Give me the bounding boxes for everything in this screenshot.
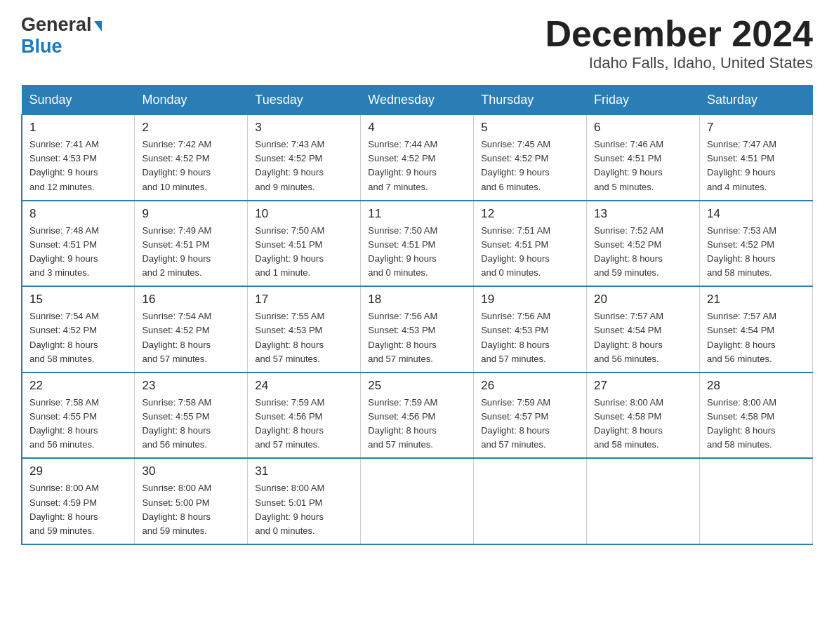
calendar-week-row: 8 Sunrise: 7:48 AMSunset: 4:51 PMDayligh… [22, 201, 813, 287]
calendar-day-cell: 30 Sunrise: 8:00 AMSunset: 5:00 PMDaylig… [135, 458, 248, 544]
month-title: December 2024 [545, 14, 813, 54]
weekday-header-wednesday: Wednesday [361, 86, 474, 115]
logo: General Blue [21, 14, 102, 58]
weekday-header-monday: Monday [135, 86, 248, 115]
day-info: Sunrise: 7:57 AMSunset: 4:54 PMDaylight:… [707, 309, 805, 366]
day-number: 3 [255, 121, 353, 135]
day-info: Sunrise: 7:45 AMSunset: 4:52 PMDaylight:… [481, 137, 579, 194]
day-info: Sunrise: 7:49 AMSunset: 4:51 PMDaylight:… [142, 224, 240, 281]
day-number: 12 [481, 207, 579, 221]
day-number: 31 [255, 464, 353, 478]
calendar-week-row: 22 Sunrise: 7:58 AMSunset: 4:55 PMDaylig… [22, 373, 813, 459]
day-number: 1 [29, 121, 127, 135]
day-info: Sunrise: 7:59 AMSunset: 4:56 PMDaylight:… [255, 396, 353, 452]
day-number: 4 [368, 121, 466, 135]
calendar-day-cell: 9 Sunrise: 7:49 AMSunset: 4:51 PMDayligh… [135, 201, 248, 287]
day-info: Sunrise: 7:44 AMSunset: 4:52 PMDaylight:… [368, 137, 466, 194]
day-number: 8 [29, 207, 127, 221]
day-info: Sunrise: 7:58 AMSunset: 4:55 PMDaylight:… [142, 396, 240, 452]
day-info: Sunrise: 7:55 AMSunset: 4:53 PMDaylight:… [255, 309, 353, 366]
calendar-day-cell: 5 Sunrise: 7:45 AMSunset: 4:52 PMDayligh… [474, 115, 587, 201]
day-info: Sunrise: 7:46 AMSunset: 4:51 PMDaylight:… [594, 137, 692, 194]
day-info: Sunrise: 7:57 AMSunset: 4:54 PMDaylight:… [594, 309, 692, 366]
calendar-day-cell: 31 Sunrise: 8:00 AMSunset: 5:01 PMDaylig… [248, 458, 361, 544]
day-number: 26 [481, 379, 579, 393]
calendar-day-cell: 22 Sunrise: 7:58 AMSunset: 4:55 PMDaylig… [22, 373, 135, 459]
logo-arrow-icon [94, 21, 102, 32]
day-info: Sunrise: 7:50 AMSunset: 4:51 PMDaylight:… [255, 224, 353, 281]
calendar-day-cell: 3 Sunrise: 7:43 AMSunset: 4:52 PMDayligh… [248, 115, 361, 201]
day-number: 27 [594, 379, 692, 393]
calendar-week-row: 29 Sunrise: 8:00 AMSunset: 4:59 PMDaylig… [22, 458, 813, 544]
calendar-empty-cell [361, 458, 474, 544]
calendar-day-cell: 19 Sunrise: 7:56 AMSunset: 4:53 PMDaylig… [474, 286, 587, 373]
day-number: 28 [707, 379, 805, 393]
day-number: 6 [594, 121, 692, 135]
calendar-day-cell: 11 Sunrise: 7:50 AMSunset: 4:51 PMDaylig… [361, 201, 474, 287]
calendar-day-cell: 13 Sunrise: 7:52 AMSunset: 4:52 PMDaylig… [587, 201, 700, 287]
calendar-day-cell: 10 Sunrise: 7:50 AMSunset: 4:51 PMDaylig… [248, 201, 361, 287]
day-info: Sunrise: 7:58 AMSunset: 4:55 PMDaylight:… [29, 396, 127, 452]
day-info: Sunrise: 8:00 AMSunset: 4:58 PMDaylight:… [594, 396, 692, 452]
title-section: December 2024 Idaho Falls, Idaho, United… [545, 14, 813, 72]
weekday-header-sunday: Sunday [22, 86, 135, 115]
day-info: Sunrise: 7:50 AMSunset: 4:51 PMDaylight:… [368, 224, 466, 281]
calendar-day-cell: 20 Sunrise: 7:57 AMSunset: 4:54 PMDaylig… [587, 286, 700, 373]
day-number: 5 [481, 121, 579, 135]
weekday-header-tuesday: Tuesday [248, 86, 361, 115]
calendar-week-row: 15 Sunrise: 7:54 AMSunset: 4:52 PMDaylig… [22, 286, 813, 373]
day-info: Sunrise: 7:53 AMSunset: 4:52 PMDaylight:… [707, 224, 805, 281]
weekday-header-friday: Friday [587, 86, 700, 115]
day-number: 25 [368, 379, 466, 393]
day-number: 21 [707, 293, 805, 307]
day-info: Sunrise: 7:43 AMSunset: 4:52 PMDaylight:… [255, 137, 353, 194]
day-info: Sunrise: 8:00 AMSunset: 5:01 PMDaylight:… [255, 481, 353, 538]
calendar-day-cell: 14 Sunrise: 7:53 AMSunset: 4:52 PMDaylig… [700, 201, 813, 287]
calendar-empty-cell [700, 458, 813, 544]
weekday-header-saturday: Saturday [700, 86, 813, 115]
location-title: Idaho Falls, Idaho, United States [545, 54, 813, 72]
logo-general: General [21, 14, 92, 36]
calendar-day-cell: 4 Sunrise: 7:44 AMSunset: 4:52 PMDayligh… [361, 115, 474, 201]
weekday-header-row: SundayMondayTuesdayWednesdayThursdayFrid… [22, 86, 813, 115]
day-info: Sunrise: 8:00 AMSunset: 4:58 PMDaylight:… [707, 396, 805, 452]
calendar-day-cell: 23 Sunrise: 7:58 AMSunset: 4:55 PMDaylig… [135, 373, 248, 459]
calendar-day-cell: 1 Sunrise: 7:41 AMSunset: 4:53 PMDayligh… [22, 115, 135, 201]
day-number: 22 [29, 379, 127, 393]
day-info: Sunrise: 8:00 AMSunset: 4:59 PMDaylight:… [29, 481, 127, 538]
logo-blue: Blue [21, 36, 62, 57]
day-info: Sunrise: 7:54 AMSunset: 4:52 PMDaylight:… [142, 309, 240, 366]
calendar-day-cell: 6 Sunrise: 7:46 AMSunset: 4:51 PMDayligh… [587, 115, 700, 201]
day-number: 10 [255, 207, 353, 221]
calendar-day-cell: 26 Sunrise: 7:59 AMSunset: 4:57 PMDaylig… [474, 373, 587, 459]
calendar-day-cell: 2 Sunrise: 7:42 AMSunset: 4:52 PMDayligh… [135, 115, 248, 201]
day-number: 14 [707, 207, 805, 221]
day-info: Sunrise: 7:56 AMSunset: 4:53 PMDaylight:… [368, 309, 466, 366]
calendar-day-cell: 18 Sunrise: 7:56 AMSunset: 4:53 PMDaylig… [361, 286, 474, 373]
calendar-day-cell: 28 Sunrise: 8:00 AMSunset: 4:58 PMDaylig… [700, 373, 813, 459]
day-number: 24 [255, 379, 353, 393]
day-info: Sunrise: 7:56 AMSunset: 4:53 PMDaylight:… [481, 309, 579, 366]
day-number: 16 [142, 293, 240, 307]
calendar-day-cell: 27 Sunrise: 8:00 AMSunset: 4:58 PMDaylig… [587, 373, 700, 459]
day-info: Sunrise: 7:59 AMSunset: 4:56 PMDaylight:… [368, 396, 466, 452]
calendar-day-cell: 16 Sunrise: 7:54 AMSunset: 4:52 PMDaylig… [135, 286, 248, 373]
calendar-day-cell: 24 Sunrise: 7:59 AMSunset: 4:56 PMDaylig… [248, 373, 361, 459]
page-header: General Blue December 2024 Idaho Falls, … [21, 14, 813, 72]
day-number: 23 [142, 379, 240, 393]
day-number: 20 [594, 293, 692, 307]
calendar-empty-cell [587, 458, 700, 544]
calendar-empty-cell [474, 458, 587, 544]
day-info: Sunrise: 7:59 AMSunset: 4:57 PMDaylight:… [481, 396, 579, 452]
day-info: Sunrise: 7:54 AMSunset: 4:52 PMDaylight:… [29, 309, 127, 366]
calendar-day-cell: 25 Sunrise: 7:59 AMSunset: 4:56 PMDaylig… [361, 373, 474, 459]
calendar-day-cell: 29 Sunrise: 8:00 AMSunset: 4:59 PMDaylig… [22, 458, 135, 544]
day-number: 19 [481, 293, 579, 307]
day-info: Sunrise: 7:42 AMSunset: 4:52 PMDaylight:… [142, 137, 240, 194]
calendar-table: SundayMondayTuesdayWednesdayThursdayFrid… [21, 85, 813, 545]
day-info: Sunrise: 8:00 AMSunset: 5:00 PMDaylight:… [142, 481, 240, 538]
calendar-day-cell: 17 Sunrise: 7:55 AMSunset: 4:53 PMDaylig… [248, 286, 361, 373]
day-number: 30 [142, 464, 240, 478]
calendar-day-cell: 12 Sunrise: 7:51 AMSunset: 4:51 PMDaylig… [474, 201, 587, 287]
day-number: 7 [707, 121, 805, 135]
